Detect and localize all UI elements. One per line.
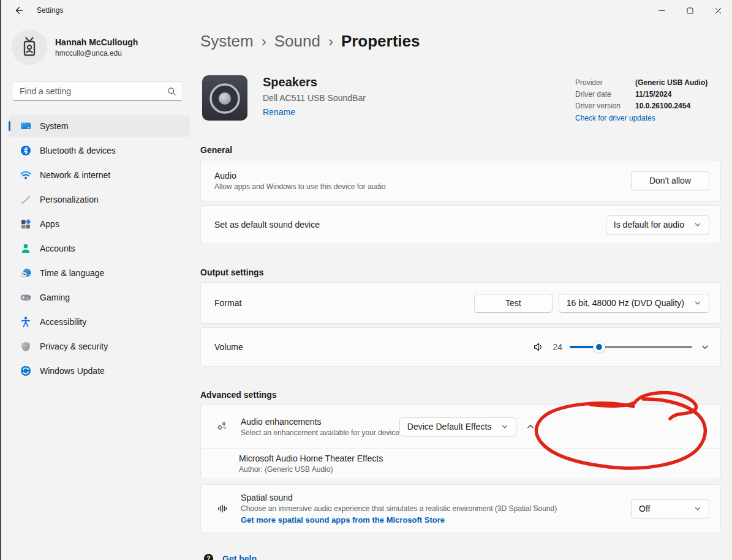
section-advanced-label: Advanced settings bbox=[200, 390, 721, 400]
device-header: Speakers Dell AC511 USB SoundBar Rename … bbox=[200, 73, 721, 123]
spatial-sound-title: Spatial sound bbox=[241, 493, 631, 502]
audio-enhancements-title: Audio enhancements bbox=[241, 417, 399, 427]
test-button[interactable]: Test bbox=[474, 294, 553, 313]
maximize-icon bbox=[687, 7, 693, 14]
apps-icon bbox=[20, 218, 32, 230]
minimize-button[interactable] bbox=[647, 0, 676, 21]
volume-expand-chevron-icon[interactable] bbox=[701, 343, 709, 351]
help-icon: ? bbox=[203, 553, 214, 560]
sparkle-icon bbox=[216, 420, 228, 433]
default-device-dropdown[interactable]: Is default for audio bbox=[606, 215, 709, 234]
enhancement-author: Author: (Generic USB Audio) bbox=[239, 465, 720, 474]
driver-provider-row: Provider (Generic USB Audio) bbox=[575, 77, 721, 89]
footer: ? Get help bbox=[203, 553, 721, 560]
volume-slider-thumb[interactable] bbox=[593, 341, 605, 353]
device-model: Dell AC511 USB SoundBar bbox=[263, 93, 366, 103]
window-controls bbox=[647, 0, 732, 21]
audio-row-title: Audio bbox=[214, 171, 631, 181]
volume-slider[interactable] bbox=[570, 341, 692, 353]
sidebar-item-accounts[interactable]: Accounts bbox=[9, 237, 190, 259]
sidebar-item-personalization[interactable]: Personalization bbox=[9, 189, 190, 211]
format-title: Format bbox=[214, 298, 474, 308]
settings-window: Settings Hannah bbox=[1, 0, 732, 560]
page-title: Properties bbox=[341, 32, 420, 51]
close-button[interactable] bbox=[704, 0, 732, 21]
audio-row-description: Allow apps and Windows to use this devic… bbox=[214, 182, 631, 191]
sidebar-item-label: Windows Update bbox=[40, 366, 105, 376]
sidebar-item-label: System bbox=[40, 121, 69, 131]
volume-title: Volume bbox=[214, 342, 533, 352]
sidebar-item-accessibility[interactable]: Accessibility bbox=[9, 311, 190, 333]
spatial-sound-description: Choose an immersive audio experience tha… bbox=[241, 504, 631, 513]
chevron-down-icon bbox=[694, 299, 701, 307]
sidebar-nav: System Bluetooth & devices Network & int… bbox=[1, 115, 197, 382]
accessibility-icon bbox=[20, 316, 32, 328]
back-button[interactable] bbox=[6, 0, 31, 21]
spatial-sound-dropdown[interactable]: Off bbox=[631, 499, 709, 518]
audio-allow-card: Audio Allow apps and Windows to use this… bbox=[200, 160, 721, 201]
audio-enhancements-card: Audio enhancements Select an enhancement… bbox=[200, 405, 721, 479]
network-icon bbox=[20, 169, 32, 181]
breadcrumb-system[interactable]: System bbox=[200, 32, 254, 51]
speaker-device-icon bbox=[200, 73, 249, 122]
bluetooth-icon bbox=[20, 144, 32, 157]
minimize-icon bbox=[658, 7, 665, 14]
search-input[interactable] bbox=[20, 86, 167, 96]
default-device-title: Set as default sound device bbox=[214, 220, 606, 230]
chevron-down-icon bbox=[694, 221, 701, 228]
breadcrumb-separator-icon: › bbox=[262, 33, 266, 50]
user-name: Hannah McCullough bbox=[55, 37, 138, 47]
driver-date-row: Driver date 11/15/2024 bbox=[575, 89, 721, 100]
breadcrumb-sound[interactable]: Sound bbox=[274, 32, 320, 51]
windows-update-icon bbox=[20, 365, 32, 377]
default-device-card: Set as default sound device Is default f… bbox=[200, 205, 721, 244]
privacy-shield-icon bbox=[20, 340, 32, 353]
maximize-button[interactable] bbox=[676, 0, 704, 21]
sidebar-item-apps[interactable]: Apps bbox=[9, 213, 190, 235]
back-arrow-icon bbox=[13, 6, 23, 15]
search-box[interactable] bbox=[12, 81, 183, 101]
section-output-label: Output settings bbox=[200, 267, 721, 277]
format-card: Format Test 16 bit, 48000 Hz (DVD Qualit… bbox=[200, 282, 721, 324]
sidebar-item-system[interactable]: System bbox=[9, 115, 190, 137]
close-icon bbox=[715, 7, 722, 14]
system-icon bbox=[20, 120, 32, 132]
format-dropdown[interactable]: 16 bit, 48000 Hz (DVD Quality) bbox=[559, 294, 709, 313]
collapse-chevron-up-icon[interactable] bbox=[526, 422, 535, 431]
check-driver-updates-link[interactable]: Check for driver updates bbox=[575, 114, 655, 122]
sidebar-item-label: Time & language bbox=[40, 268, 104, 278]
chevron-down-icon bbox=[501, 423, 508, 430]
sidebar-item-privacy-security[interactable]: Privacy & security bbox=[9, 335, 190, 357]
audio-enhancements-header: Audio enhancements Select an enhancement… bbox=[201, 405, 720, 448]
breadcrumb-separator-icon: › bbox=[328, 33, 333, 50]
svg-text:?: ? bbox=[206, 555, 210, 560]
avatar bbox=[12, 29, 47, 65]
sidebar-item-label: Gaming bbox=[40, 293, 70, 302]
driver-info: Provider (Generic USB Audio) Driver date… bbox=[575, 73, 721, 123]
titlebar: Settings bbox=[1, 0, 732, 21]
audio-enhancements-dropdown[interactable]: Device Default Effects bbox=[399, 417, 516, 436]
sidebar-item-bluetooth-devices[interactable]: Bluetooth & devices bbox=[9, 140, 190, 162]
sidebar-item-label: Bluetooth & devices bbox=[40, 146, 116, 155]
sidebar-item-gaming[interactable]: Gaming bbox=[9, 286, 190, 308]
sidebar-item-label: Personalization bbox=[40, 195, 99, 204]
device-name: Speakers bbox=[263, 75, 366, 89]
speaker-volume-icon bbox=[533, 342, 544, 353]
volume-value: 24 bbox=[553, 342, 562, 352]
get-help-link[interactable]: Get help bbox=[222, 554, 257, 560]
sidebar-item-label: Network & internet bbox=[40, 170, 110, 180]
sidebar-item-time-language[interactable]: Time & language bbox=[9, 262, 190, 284]
spatial-sound-icon bbox=[216, 502, 228, 515]
volume-card: Volume 24 bbox=[200, 327, 721, 367]
user-profile[interactable]: Hannah McCullough hmccullo@unca.edu bbox=[12, 29, 197, 65]
main-content: System › Sound › Properties Speakers Del… bbox=[197, 21, 732, 560]
rename-link[interactable]: Rename bbox=[263, 107, 295, 117]
section-general-label: General bbox=[200, 145, 721, 155]
chevron-down-icon bbox=[694, 505, 701, 512]
breadcrumb: System › Sound › Properties bbox=[200, 32, 721, 51]
dont-allow-button[interactable]: Don't allow bbox=[631, 171, 709, 190]
accounts-icon bbox=[20, 242, 32, 255]
sidebar-item-windows-update[interactable]: Windows Update bbox=[9, 360, 190, 382]
sidebar-item-network-internet[interactable]: Network & internet bbox=[9, 164, 190, 186]
spatial-store-link[interactable]: Get more spatial sound apps from the Mic… bbox=[241, 515, 445, 525]
